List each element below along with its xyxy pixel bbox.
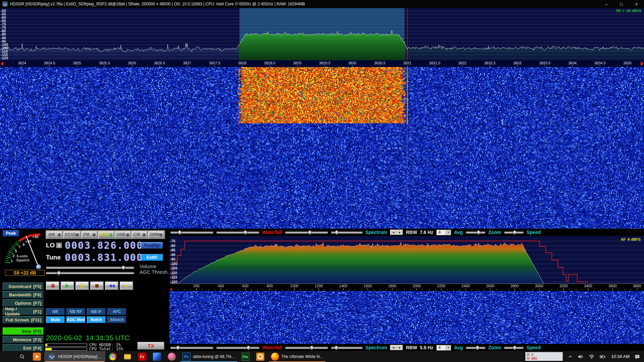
lo-frequency-display[interactable]: 0003.826.000 bbox=[65, 240, 143, 251]
menu-button-full-screen[interactable]: Full Screen[F11] bbox=[3, 316, 44, 323]
slider-thumb[interactable] bbox=[121, 265, 126, 270]
tx-button[interactable]: TX bbox=[138, 342, 164, 350]
restore-button[interactable]: □ bbox=[614, 0, 629, 8]
mode-button-am[interactable]: AM bbox=[47, 231, 62, 238]
spectrum-right-button[interactable]: ► bbox=[396, 230, 403, 235]
slider-thumb[interactable] bbox=[177, 230, 182, 235]
slider-track[interactable] bbox=[285, 231, 328, 234]
dsp-button-nb-rf[interactable]: NB RF bbox=[66, 308, 85, 315]
af-slider[interactable] bbox=[285, 346, 328, 350]
minimize-button[interactable]: – bbox=[599, 0, 614, 8]
slider-thumb[interactable] bbox=[243, 230, 248, 235]
taskbar-button-app-orange[interactable] bbox=[253, 351, 268, 362]
rewind-button[interactable] bbox=[105, 282, 118, 290]
af-slider[interactable] bbox=[216, 346, 259, 350]
taskbar-button-dreamweaver[interactable]: Dw bbox=[238, 351, 253, 362]
avg-count-select[interactable]: 4▼ bbox=[436, 230, 451, 235]
dsp-button-nb-if[interactable]: NB IF bbox=[87, 308, 106, 315]
tray-chevron-icon[interactable] bbox=[568, 354, 573, 359]
af-slider[interactable] bbox=[466, 346, 485, 350]
menu-button-options[interactable]: Options[F7] bbox=[3, 299, 44, 307]
slider-thumb[interactable] bbox=[512, 345, 518, 350]
menu-button-bandwidth[interactable]: Bandwidth[F6] bbox=[3, 291, 44, 298]
taskbar-button-app-blue[interactable] bbox=[150, 351, 164, 362]
af-frequency-scale[interactable] bbox=[169, 284, 644, 291]
mode-button-usb[interactable]: USB bbox=[115, 231, 131, 238]
af-waterfall-canvas[interactable] bbox=[169, 291, 644, 344]
extio-button[interactable]: ExtIO bbox=[141, 254, 163, 261]
menu-button-minimize[interactable]: Minimize[F3] bbox=[3, 336, 44, 343]
taskbar-task-hdsdr[interactable]: HDSDR [HDSDRplay] ... bbox=[44, 351, 105, 362]
af-slider[interactable] bbox=[170, 346, 213, 350]
menu-button-soundcard[interactable]: Soundcard[F5] bbox=[3, 283, 44, 290]
wifi-icon[interactable] bbox=[589, 354, 595, 359]
network-du-meter[interactable]: D: 0 U: 641 bbox=[525, 352, 563, 361]
dsp-button-mute[interactable]: Mute bbox=[46, 316, 65, 323]
menu-button-stop[interactable]: Stop[F2] bbox=[3, 327, 44, 335]
agc-threshold-slider[interactable] bbox=[46, 271, 134, 275]
slider-thumb[interactable] bbox=[246, 345, 251, 350]
close-button[interactable]: × bbox=[629, 0, 644, 8]
rf-waterfall-canvas[interactable] bbox=[0, 67, 644, 229]
freqmgr-button[interactable]: FreqMgr bbox=[141, 242, 163, 249]
taskbar-button-filezilla[interactable]: Fz bbox=[135, 351, 150, 362]
af-slider[interactable] bbox=[466, 230, 485, 235]
taskbar-button-search[interactable] bbox=[15, 351, 30, 362]
af-slider[interactable] bbox=[331, 230, 363, 235]
af-slider[interactable] bbox=[331, 346, 363, 350]
af-slider[interactable] bbox=[170, 230, 213, 235]
clock-time[interactable]: 10:34 AM bbox=[611, 354, 630, 359]
spectrum-right-button[interactable]: ► bbox=[396, 345, 403, 350]
avg-count-select[interactable]: 4▼ bbox=[436, 345, 451, 351]
battery-icon[interactable] bbox=[600, 354, 606, 359]
taskbar-task-firefox[interactable]: The Ultimate White N... bbox=[268, 351, 326, 362]
rf-spectrum-display[interactable]: RF < -30 dBFS bbox=[0, 8, 644, 60]
loop-button[interactable]: ∞ bbox=[120, 282, 133, 290]
spectrum-left-button[interactable]: ◄ bbox=[390, 230, 396, 235]
peak-button[interactable]: Peak bbox=[3, 230, 19, 236]
slider-thumb[interactable] bbox=[307, 230, 313, 235]
af-slider[interactable] bbox=[504, 346, 524, 350]
mode-button-drm[interactable]: DRM bbox=[148, 231, 164, 238]
volume-slider[interactable] bbox=[46, 265, 134, 270]
taskbar-button-chrome[interactable] bbox=[105, 351, 120, 362]
slider-thumb[interactable] bbox=[309, 345, 315, 350]
slider-thumb[interactable] bbox=[333, 345, 339, 350]
lo-ab-toggle[interactable]: A bbox=[56, 243, 62, 248]
af-slider[interactable] bbox=[285, 230, 328, 235]
slider-track[interactable] bbox=[216, 231, 259, 234]
slider-thumb[interactable] bbox=[334, 230, 339, 235]
slider-thumb[interactable] bbox=[476, 230, 481, 235]
dsp-button-anotch[interactable]: ANotch bbox=[107, 316, 126, 323]
taskbar-button-explorer[interactable] bbox=[120, 351, 135, 362]
dsp-button-nr[interactable]: NR bbox=[46, 308, 65, 315]
dsp-button-notch[interactable]: Notch bbox=[87, 316, 106, 323]
slider-thumb[interactable] bbox=[175, 345, 181, 350]
af-slider[interactable] bbox=[504, 230, 524, 235]
taskbar-button-start[interactable] bbox=[0, 351, 15, 362]
taskbar-button-app-rose[interactable] bbox=[164, 351, 179, 362]
tune-frequency-display[interactable]: 0003.831.000 bbox=[65, 252, 143, 263]
play-button[interactable] bbox=[61, 282, 74, 290]
slider-thumb[interactable] bbox=[56, 270, 62, 276]
mode-button-cw[interactable]: CW bbox=[132, 231, 148, 238]
mode-button-lsb[interactable]: LSB bbox=[98, 231, 114, 238]
taskbar-task-photoshop[interactable]: Psubitx-tuning @ 66.7%... bbox=[179, 351, 238, 362]
pause-button[interactable] bbox=[75, 282, 89, 290]
volume-icon[interactable] bbox=[578, 354, 584, 359]
spectrum-left-button[interactable]: ◄ bbox=[390, 345, 396, 350]
slider-track[interactable] bbox=[216, 347, 259, 349]
menu-button-exit[interactable]: Exit[F4] bbox=[3, 344, 44, 352]
dsp-button-afc[interactable]: AFC bbox=[107, 308, 126, 315]
slider-thumb[interactable] bbox=[512, 230, 518, 235]
rf-spectrum-canvas[interactable] bbox=[0, 8, 644, 60]
af-slider[interactable] bbox=[216, 230, 259, 235]
stop-button[interactable] bbox=[90, 282, 104, 290]
mode-button-ecss[interactable]: ECSS bbox=[63, 231, 81, 238]
slider-track[interactable] bbox=[285, 347, 328, 349]
af-spectrum-canvas[interactable] bbox=[169, 236, 644, 284]
record-button[interactable] bbox=[46, 282, 59, 290]
action-center-icon[interactable] bbox=[635, 354, 640, 359]
mode-button-fm[interactable]: FM bbox=[82, 231, 97, 238]
rf-frequency-scale[interactable] bbox=[0, 60, 644, 67]
